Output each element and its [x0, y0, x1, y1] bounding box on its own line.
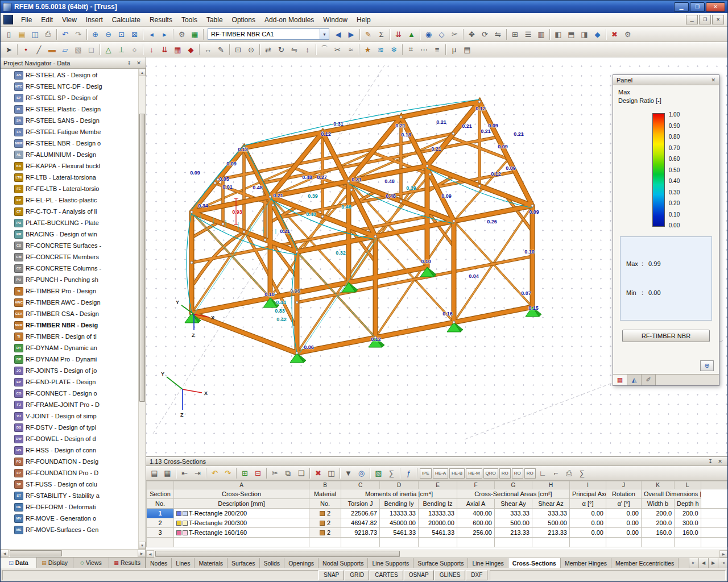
value-cell[interactable]: 600.00 [457, 518, 495, 528]
menu-file[interactable]: File [16, 14, 36, 26]
navigator-item-rf-stability[interactable]: STRF-STABILITY - Stability a [1, 490, 138, 501]
mirror-entities-icon[interactable]: ⇋ [491, 28, 504, 40]
description-cell[interactable]: T-Rectangle 160/160 [174, 528, 309, 538]
table-tab-surface-supports[interactable]: Surface Supports [413, 558, 468, 568]
empty-cell[interactable] [174, 538, 309, 547]
cross-sections-table[interactable]: ABCDEFGHIJKL Section Cross-Section Mater… [146, 481, 727, 550]
scroll-down-icon[interactable]: ▼ [139, 542, 146, 549]
navigator-item-rf-steel[interactable]: SARF-STEEL SANS - Design [1, 115, 138, 126]
value-cell[interactable]: 400.00 [457, 509, 495, 518]
status-toggle-cartes[interactable]: CARTES [370, 570, 403, 580]
status-toggle-snap[interactable]: SNAP [318, 570, 344, 580]
empty-cell[interactable] [457, 538, 495, 547]
navigator-item-rf-timber[interactable]: TIRF-TIMBER - Design of ti [1, 331, 138, 342]
find-icon[interactable]: ◎ [355, 467, 368, 479]
status-toggle-osnap[interactable]: OSNAP [404, 570, 434, 580]
show-supports-icon[interactable]: ▲ [405, 28, 418, 40]
section-shape-button-ro[interactable]: RO [499, 468, 511, 479]
navigator-item-rf-end-plate[interactable]: EPRF-END-PLATE - Design [1, 376, 138, 388]
menu-insert[interactable]: Insert [81, 14, 107, 26]
material-cell[interactable]: 2 [309, 509, 341, 518]
redo-icon[interactable]: ↷ [72, 28, 85, 40]
next-tab-button[interactable]: ▶ [708, 558, 718, 568]
insert-line-icon[interactable]: ╱ [32, 44, 46, 56]
scroll-thumb[interactable] [155, 551, 400, 557]
navigator-item-plate-buckling[interactable]: PBPLATE-BUCKLING - Plate [1, 217, 138, 228]
show-loads-icon[interactable]: ⇊ [392, 28, 405, 40]
column-letter-A[interactable]: A [174, 481, 309, 489]
nodal-support-icon[interactable]: △ [102, 44, 115, 56]
navigator-item-rf-kappa[interactable]: KARF-KAPPA - Flexural buckl [1, 160, 138, 172]
table-view-mode-icon[interactable]: ▦ [161, 467, 174, 479]
next-view-icon[interactable]: ▸ [158, 28, 171, 40]
section-shape-button-ro[interactable]: RO [512, 468, 523, 479]
show-results-icon[interactable]: ▦ [188, 28, 201, 40]
empty-cell[interactable] [495, 538, 532, 547]
tables-toggle-icon[interactable]: ⊞ [508, 28, 522, 40]
free-load-icon[interactable]: ◆ [184, 44, 197, 56]
load-combinations-icon[interactable]: Σ [375, 28, 388, 40]
value-cell[interactable]: 5461.33 [419, 528, 457, 538]
edit-load-cases-icon[interactable]: ✎ [362, 28, 375, 40]
navigator-item-rf-move[interactable]: MVRF-MOVE - Generation o [1, 513, 138, 524]
empty-cell[interactable] [701, 538, 727, 547]
scroll-right-icon[interactable]: ▶ [138, 550, 146, 557]
value-cell[interactable]: 46947.82 [341, 518, 380, 528]
empty-cell[interactable] [532, 538, 570, 547]
paste-icon[interactable]: ❏ [295, 467, 308, 479]
load-case-combo[interactable]: RF-TIMBER NBR CA1 ▼ [208, 28, 329, 40]
undo-icon[interactable]: ↶ [59, 28, 72, 40]
section-shape-button-ipe[interactable]: IPE [420, 468, 432, 479]
navigator-tab-display[interactable]: ▤Display [37, 558, 73, 568]
insert-opening-icon[interactable]: ◻ [85, 44, 98, 56]
fx-icon[interactable]: ƒ [402, 467, 415, 479]
navigator-item-rf-concrete[interactable]: CCRF-CONCRETE Columns - [1, 263, 138, 274]
rotate-copy-icon[interactable]: ↻ [275, 44, 288, 56]
navigator-item-rf-steel[interactable]: SPRF-STEEL SP - Design of [1, 92, 138, 103]
navigator-item-rf-foundation[interactable]: FPRF-FOUNDATION Pro - D [1, 467, 138, 479]
copy-icon[interactable]: ⧉ [282, 467, 295, 479]
navigator-item-rf-el-pl[interactable]: EPRF-EL-PL - Elastic-plastic [1, 194, 138, 206]
navigator-item-rf-connect[interactable]: CORF-CONNECT - Design o [1, 388, 138, 399]
table-tab-line-hinges[interactable]: Line Hinges [468, 558, 508, 568]
navigator-tab-data[interactable]: ◱Data [1, 558, 37, 568]
navigator-item-rf-frame-joint[interactable]: FJRF-FRAME-JOINT Pro - D [1, 399, 138, 410]
section-shape-button-he-b[interactable]: HE-B [449, 468, 465, 479]
menu-help[interactable]: Help [352, 14, 375, 26]
rotate-entities-icon[interactable]: ⟳ [478, 28, 491, 40]
panel-tab-results[interactable]: ▦ [613, 375, 627, 385]
navigator-item-rf-timber[interactable]: AWCRF-TIMBER AWC - Design [1, 297, 138, 308]
first-tab-button[interactable]: ⇤ [689, 558, 698, 568]
column-letter-J[interactable]: J [606, 481, 642, 489]
select-column-icon[interactable]: ◫ [325, 467, 338, 479]
previous-view-icon[interactable]: ◂ [145, 28, 158, 40]
empty-cell[interactable] [642, 538, 675, 547]
value-cell[interactable]: 213.33 [495, 528, 532, 538]
scale-copy-icon[interactable]: ↕ [301, 44, 314, 56]
table-tab-openings[interactable]: Openings [284, 558, 318, 568]
value-cell[interactable]: 5461.33 [380, 528, 419, 538]
mdi-minimize-button[interactable]: ▁ [686, 15, 698, 24]
navigator-item-v-joint[interactable]: VJV-JOINT - Design of simp [1, 410, 138, 422]
display-properties-icon[interactable]: ▤ [461, 44, 474, 56]
scroll-right-icon[interactable]: ▶ [719, 550, 727, 558]
menu-table[interactable]: Table [202, 14, 228, 26]
member-load-icon[interactable]: ⇊ [158, 44, 171, 56]
value-cell[interactable]: 160.0 [642, 528, 675, 538]
mdi-close-button[interactable]: ✕ [712, 15, 724, 24]
save-file-icon[interactable]: ◫ [28, 28, 42, 40]
column-letter-D[interactable]: D [380, 481, 419, 489]
navigator-item-rf-timber[interactable]: TIRF-TIMBER Pro - Design [1, 285, 138, 297]
table-tab-nodal-supports[interactable]: Nodal Supports [318, 558, 368, 568]
table-tab-solids[interactable]: Solids [260, 558, 285, 568]
navigator-vertical-scrollbar[interactable]: ▲ ▼ [138, 69, 146, 549]
table-horizontal-scrollbar[interactable]: ◀ ▶ [146, 550, 727, 558]
row-number-cell[interactable]: 3 [147, 528, 174, 538]
empty-cell[interactable] [606, 538, 642, 547]
empty-cell[interactable] [309, 538, 341, 547]
table-close-button[interactable]: ✕ [716, 458, 724, 465]
last-tab-button[interactable]: ⇥ [718, 558, 727, 568]
row-number-cell[interactable]: 2 [147, 518, 174, 528]
select-pointer-icon[interactable]: ➤ [2, 44, 15, 56]
column-letter-B[interactable]: B [309, 481, 341, 489]
